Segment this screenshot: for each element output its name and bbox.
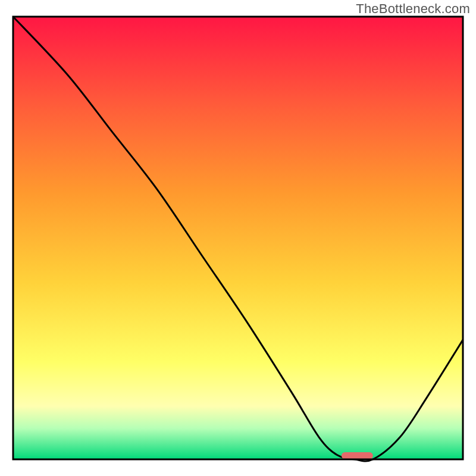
chart-container: TheBottleneck.com [0, 0, 476, 476]
gradient-background [13, 17, 463, 459]
optimal-marker [342, 452, 373, 459]
chart-svg [0, 0, 476, 476]
watermark-text: TheBottleneck.com [356, 1, 470, 17]
